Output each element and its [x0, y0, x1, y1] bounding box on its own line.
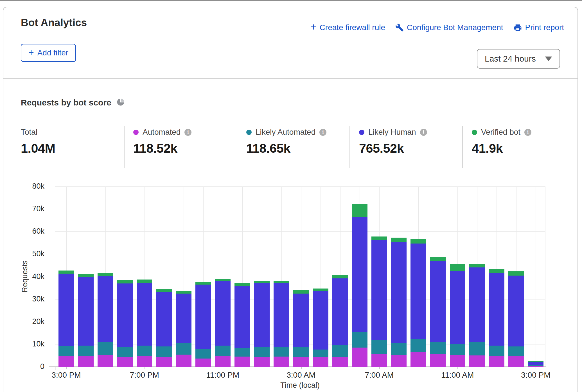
bar-8-00-am[interactable] — [391, 238, 407, 367]
segment-verified-bot — [195, 282, 211, 285]
info-icon[interactable]: i — [420, 129, 427, 136]
section-title: Requests by bot score — [21, 98, 111, 107]
segment-automated — [254, 357, 270, 367]
bar-7-00-pm[interactable] — [137, 280, 152, 367]
stat-value: 1.04M — [21, 141, 55, 156]
segment-verified-bot — [450, 264, 465, 271]
segment-likely-human — [58, 274, 74, 346]
x-tick-label: 3:00 PM — [521, 371, 550, 380]
bar-4-00-pm[interactable] — [78, 274, 94, 367]
bar-11-00-pm[interactable] — [215, 279, 231, 367]
segment-likely-human — [430, 261, 446, 342]
x-tick-label: 3:00 AM — [287, 371, 315, 380]
segment-automated — [528, 366, 543, 367]
bar-1-00-pm[interactable] — [489, 269, 504, 367]
bar-9-00-pm[interactable] — [176, 291, 191, 367]
info-icon[interactable]: i — [319, 129, 326, 136]
axis-tick — [223, 367, 223, 369]
bar-2-00-am[interactable] — [274, 281, 289, 367]
time-range-select[interactable]: Last 24 hours — [477, 49, 560, 69]
segment-verified-bot — [469, 264, 485, 268]
x-tick-label: 11:00 AM — [441, 371, 474, 380]
bar-10-00-am[interactable] — [430, 257, 446, 367]
stat-label: Likely Automated — [256, 128, 315, 137]
x-tick-label: 7:00 AM — [365, 371, 394, 380]
y-tick-label: 80k — [12, 182, 44, 191]
stat-value: 118.65k — [246, 141, 326, 156]
segment-likely-automated — [195, 349, 211, 359]
segment-verified-bot — [274, 281, 289, 283]
segment-likely-human — [98, 276, 113, 342]
stat-value: 765.52k — [359, 141, 427, 156]
plus-icon: + — [311, 23, 317, 31]
legend-dot — [133, 130, 139, 135]
bar-3-00-am[interactable] — [293, 290, 309, 367]
axis-tick — [301, 367, 302, 369]
segment-automated — [98, 355, 113, 367]
legend-dot — [472, 130, 477, 135]
segment-automated — [313, 357, 328, 367]
segment-likely-human — [410, 244, 426, 339]
segment-likely-human — [450, 271, 465, 344]
segment-verified-bot — [352, 204, 367, 217]
add-filter-button[interactable]: + Add filter — [21, 44, 76, 62]
bar-5-00-am[interactable] — [332, 275, 348, 367]
stat-separator — [124, 126, 125, 168]
bar-2-00-pm[interactable] — [508, 271, 524, 367]
action-print-report[interactable]: Print report — [513, 23, 564, 32]
segment-automated — [156, 357, 172, 367]
y-tick-label: 10k — [12, 340, 44, 348]
segment-likely-automated — [98, 342, 113, 355]
bar-1-00-am[interactable] — [254, 281, 270, 367]
legend-dot — [359, 130, 364, 135]
segment-verified-bot — [430, 257, 446, 261]
info-icon[interactable]: i — [184, 129, 191, 136]
y-tick-label: 0 — [12, 362, 44, 371]
stat-automated: Automatedi118.52k — [133, 128, 191, 156]
segment-automated — [410, 352, 426, 367]
bar-3-00-pm[interactable] — [528, 361, 543, 367]
plus-icon: + — [28, 48, 34, 57]
segment-verified-bot — [391, 238, 407, 242]
y-tick-label: 50k — [12, 249, 44, 258]
x-tick-label: 3:00 PM — [51, 371, 81, 380]
segment-automated — [469, 355, 485, 367]
chevron-down-icon — [545, 57, 552, 61]
stat-separator — [349, 126, 350, 168]
stat-label: Likely Human — [368, 128, 416, 137]
bar-7-00-am[interactable] — [371, 236, 387, 367]
bar-12-00-am[interactable] — [234, 283, 250, 367]
bar-5-00-pm[interactable] — [98, 273, 113, 367]
bar-6-00-pm[interactable] — [117, 280, 133, 367]
info-icon[interactable]: i — [524, 129, 531, 136]
segment-automated — [430, 354, 446, 367]
bar-6-00-am[interactable] — [352, 204, 367, 367]
segment-verified-bot — [98, 273, 113, 276]
segment-likely-automated — [352, 332, 367, 348]
segment-likely-human — [293, 294, 309, 347]
bar-12-00-pm[interactable] — [469, 264, 485, 367]
segment-automated — [274, 357, 289, 367]
action-create-firewall-rule[interactable]: +Create firewall rule — [311, 23, 385, 32]
add-filter-label: Add filter — [37, 48, 69, 57]
bar-3-00-pm[interactable] — [58, 271, 74, 367]
action-configure-bot-management[interactable]: Configure Bot Management — [395, 23, 503, 32]
bar-10-00-pm[interactable] — [195, 282, 211, 367]
axis-tick — [536, 367, 536, 369]
action-label: Configure Bot Management — [407, 23, 503, 32]
gridline — [55, 209, 545, 209]
segment-automated — [371, 354, 387, 367]
segment-automated — [215, 356, 231, 367]
segment-verified-bot — [58, 271, 74, 274]
bar-9-00-am[interactable] — [410, 239, 426, 367]
bar-11-00-am[interactable] — [450, 264, 465, 367]
segment-likely-human — [489, 273, 504, 346]
page-title: Bot Analytics — [21, 17, 87, 29]
segment-automated — [450, 355, 465, 367]
segment-likely-human — [176, 294, 191, 343]
bar-4-00-am[interactable] — [313, 289, 328, 367]
bar-8-00-pm[interactable] — [156, 289, 172, 367]
segment-automated — [195, 359, 211, 367]
gridline — [55, 231, 545, 232]
y-tick-label: 40k — [12, 272, 44, 281]
